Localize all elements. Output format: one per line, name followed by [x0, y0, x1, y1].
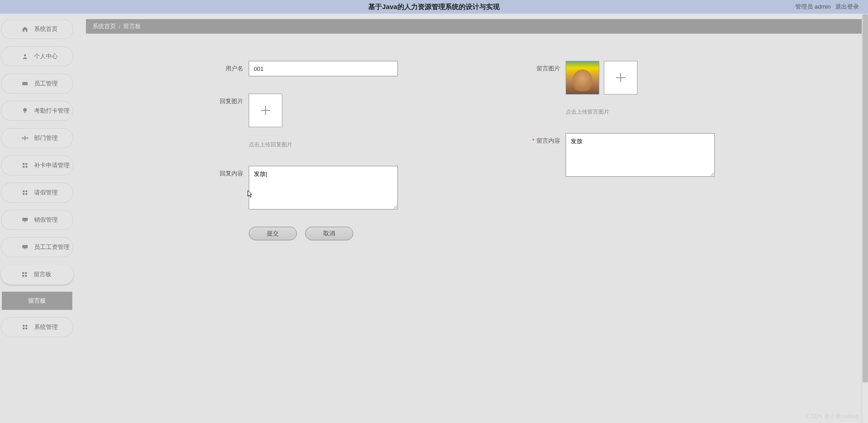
monitor-icon: [21, 244, 29, 251]
nav-item-employee[interactable]: 员工管理: [1, 74, 73, 94]
nav-label: 留言板: [34, 270, 51, 279]
nav-item-department[interactable]: 部门管理: [1, 128, 73, 148]
sub-nav-message-board[interactable]: 留言板: [2, 292, 72, 310]
grid-icon: [21, 323, 29, 331]
plus-icon: [259, 104, 272, 117]
user-icon: [21, 53, 29, 60]
svg-rect-4: [22, 138, 24, 139]
svg-rect-17: [22, 245, 28, 248]
svg-rect-24: [25, 325, 27, 327]
scrollbar-thumb[interactable]: [863, 14, 868, 383]
dept-icon: [21, 134, 29, 142]
nav-label: 员工管理: [34, 80, 58, 88]
svg-rect-9: [23, 166, 25, 168]
svg-rect-8: [25, 163, 27, 165]
svg-rect-19: [22, 272, 24, 274]
svg-rect-6: [25, 136, 25, 140]
main-content: 系统首页 / 留言板 用户名 回复图片: [75, 14, 868, 423]
page-title: 基于Java的人力资源管理系统的设计与实现: [368, 3, 499, 11]
svg-point-2: [23, 108, 27, 112]
nav-label: 个人中心: [34, 52, 58, 60]
user-info: 管理员 admin 退出登录: [795, 3, 859, 11]
svg-rect-22: [25, 275, 27, 277]
nav-label: 补卡申请管理: [34, 161, 70, 169]
nav-label: 部门管理: [34, 134, 58, 142]
username-input[interactable]: [249, 61, 398, 76]
reply-image-upload[interactable]: [249, 94, 282, 127]
user-role: 管理员 admin: [795, 3, 831, 11]
svg-rect-14: [25, 193, 27, 195]
scrollbar-track[interactable]: [862, 14, 868, 423]
home-icon: [21, 25, 29, 33]
message-image-thumb: [566, 61, 599, 95]
svg-rect-23: [23, 325, 25, 327]
message-image-hint: 点击上传留言图片: [566, 108, 637, 116]
nav-item-home[interactable]: 系统首页: [1, 19, 73, 39]
reply-image-hint: 点击上传回复图片: [249, 141, 292, 149]
reply-content-textarea[interactable]: [249, 166, 398, 209]
bulb-icon: [21, 107, 29, 114]
nav-item-message-board[interactable]: 留言板: [1, 264, 73, 284]
grid-icon: [21, 271, 28, 278]
nav-label: 系统管理: [34, 323, 58, 331]
top-header: 基于Java的人力资源管理系统的设计与实现 管理员 admin 退出登录: [0, 0, 868, 14]
message-content-textarea[interactable]: [566, 133, 715, 177]
reply-content-label: 回复内容: [204, 166, 243, 178]
svg-rect-3: [25, 112, 26, 113]
reply-image-label: 回复图片: [204, 94, 243, 105]
svg-rect-18: [24, 249, 26, 249]
svg-rect-12: [25, 190, 27, 192]
breadcrumb-current: 留言板: [123, 22, 141, 30]
svg-rect-20: [25, 272, 27, 274]
nav-item-salary[interactable]: 员工工资管理: [1, 237, 73, 257]
monitor-icon: [21, 216, 29, 224]
nav-item-profile[interactable]: 个人中心: [1, 46, 73, 66]
plus-icon: [614, 71, 627, 84]
nav-label: 请假管理: [34, 189, 58, 197]
logout-link[interactable]: 退出登录: [835, 3, 859, 11]
username-label: 用户名: [204, 61, 243, 73]
svg-rect-5: [26, 138, 28, 139]
message-image-label: 留言图片: [521, 61, 560, 73]
breadcrumb-sep: /: [119, 23, 120, 30]
svg-rect-15: [22, 218, 28, 221]
svg-rect-26: [25, 328, 27, 329]
nav-item-card-apply[interactable]: 补卡申请管理: [1, 155, 73, 175]
message-image-upload[interactable]: [604, 61, 637, 95]
submit-button[interactable]: 提交: [249, 227, 297, 240]
nav-item-leave-cancel[interactable]: 销假管理: [1, 210, 73, 230]
nav-item-attendance[interactable]: 考勤打卡管理: [1, 101, 73, 121]
cancel-button[interactable]: 取消: [305, 227, 353, 240]
svg-rect-13: [23, 193, 25, 195]
sidebar: 系统首页 个人中心 员工管理 考勤打卡管理 部门管理 补卡申请管理 请假管理: [0, 14, 75, 423]
breadcrumb-home[interactable]: 系统首页: [92, 22, 116, 30]
svg-rect-21: [22, 275, 24, 277]
staff-icon: [21, 80, 29, 87]
svg-point-0: [24, 54, 26, 56]
nav-label: 考勤打卡管理: [34, 107, 70, 115]
svg-rect-1: [22, 82, 28, 85]
nav-item-leave[interactable]: 请假管理: [1, 183, 73, 203]
svg-rect-11: [23, 190, 25, 192]
svg-rect-7: [23, 163, 25, 165]
nav-item-system[interactable]: 系统管理: [1, 317, 73, 337]
breadcrumb: 系统首页 / 留言板: [86, 19, 863, 34]
message-content-label: 留言内容: [521, 133, 560, 145]
nav-label: 系统首页: [34, 25, 58, 33]
svg-rect-16: [24, 222, 26, 222]
svg-rect-25: [23, 328, 25, 329]
watermark: CSDN @小蔡coding: [806, 413, 859, 420]
grid-icon: [21, 189, 29, 196]
nav-label: 销假管理: [34, 216, 58, 224]
nav-label: 员工工资管理: [34, 243, 70, 251]
grid-icon: [21, 162, 29, 169]
svg-rect-10: [25, 166, 27, 168]
